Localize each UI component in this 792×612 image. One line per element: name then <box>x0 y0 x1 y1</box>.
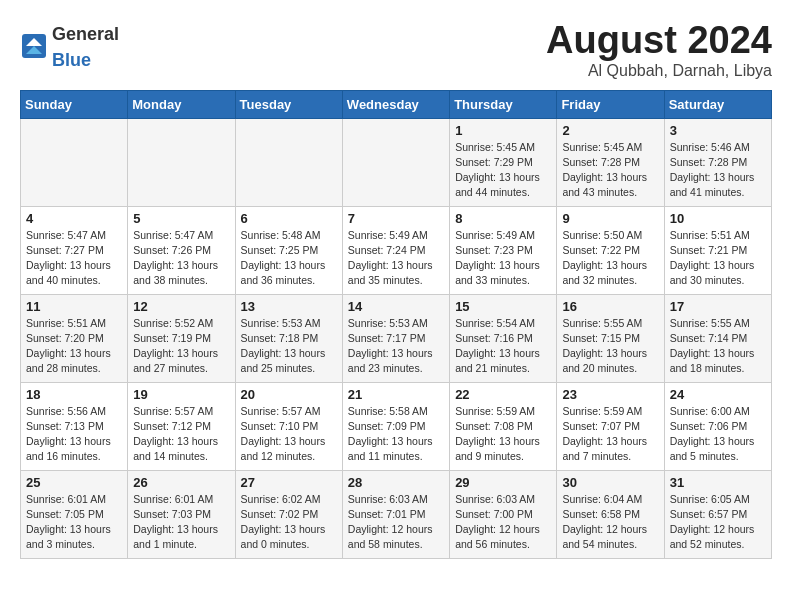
day-number: 29 <box>455 475 551 490</box>
day-info: Sunrise: 5:45 AM Sunset: 7:29 PM Dayligh… <box>455 140 551 201</box>
day-info: Sunrise: 5:56 AM Sunset: 7:13 PM Dayligh… <box>26 404 122 465</box>
day-number: 5 <box>133 211 229 226</box>
table-row: 28Sunrise: 6:03 AM Sunset: 7:01 PM Dayli… <box>342 470 449 558</box>
day-info: Sunrise: 5:45 AM Sunset: 7:28 PM Dayligh… <box>562 140 658 201</box>
table-row: 7Sunrise: 5:49 AM Sunset: 7:24 PM Daylig… <box>342 206 449 294</box>
day-number: 15 <box>455 299 551 314</box>
table-row: 10Sunrise: 5:51 AM Sunset: 7:21 PM Dayli… <box>664 206 771 294</box>
day-info: Sunrise: 5:48 AM Sunset: 7:25 PM Dayligh… <box>241 228 337 289</box>
calendar-week-row: 25Sunrise: 6:01 AM Sunset: 7:05 PM Dayli… <box>21 470 772 558</box>
col-sunday: Sunday <box>21 90 128 118</box>
day-number: 13 <box>241 299 337 314</box>
table-row: 31Sunrise: 6:05 AM Sunset: 6:57 PM Dayli… <box>664 470 771 558</box>
col-tuesday: Tuesday <box>235 90 342 118</box>
day-info: Sunrise: 6:03 AM Sunset: 7:00 PM Dayligh… <box>455 492 551 553</box>
day-number: 19 <box>133 387 229 402</box>
calendar-week-row: 4Sunrise: 5:47 AM Sunset: 7:27 PM Daylig… <box>21 206 772 294</box>
calendar-header-row: Sunday Monday Tuesday Wednesday Thursday… <box>21 90 772 118</box>
day-number: 3 <box>670 123 766 138</box>
day-info: Sunrise: 5:47 AM Sunset: 7:27 PM Dayligh… <box>26 228 122 289</box>
day-info: Sunrise: 6:00 AM Sunset: 7:06 PM Dayligh… <box>670 404 766 465</box>
table-row: 9Sunrise: 5:50 AM Sunset: 7:22 PM Daylig… <box>557 206 664 294</box>
day-number: 6 <box>241 211 337 226</box>
calendar-week-row: 1Sunrise: 5:45 AM Sunset: 7:29 PM Daylig… <box>21 118 772 206</box>
day-info: Sunrise: 5:51 AM Sunset: 7:20 PM Dayligh… <box>26 316 122 377</box>
day-info: Sunrise: 5:53 AM Sunset: 7:18 PM Dayligh… <box>241 316 337 377</box>
table-row <box>342 118 449 206</box>
table-row: 11Sunrise: 5:51 AM Sunset: 7:20 PM Dayli… <box>21 294 128 382</box>
table-row: 25Sunrise: 6:01 AM Sunset: 7:05 PM Dayli… <box>21 470 128 558</box>
col-thursday: Thursday <box>450 90 557 118</box>
table-row: 30Sunrise: 6:04 AM Sunset: 6:58 PM Dayli… <box>557 470 664 558</box>
day-info: Sunrise: 5:47 AM Sunset: 7:26 PM Dayligh… <box>133 228 229 289</box>
table-row: 14Sunrise: 5:53 AM Sunset: 7:17 PM Dayli… <box>342 294 449 382</box>
calendar-table: Sunday Monday Tuesday Wednesday Thursday… <box>20 90 772 559</box>
month-year: August 2024 <box>546 20 772 62</box>
day-info: Sunrise: 6:01 AM Sunset: 7:05 PM Dayligh… <box>26 492 122 553</box>
table-row: 29Sunrise: 6:03 AM Sunset: 7:00 PM Dayli… <box>450 470 557 558</box>
col-saturday: Saturday <box>664 90 771 118</box>
page-header: General Blue August 2024 Al Qubbah, Darn… <box>20 20 772 80</box>
day-number: 24 <box>670 387 766 402</box>
table-row: 27Sunrise: 6:02 AM Sunset: 7:02 PM Dayli… <box>235 470 342 558</box>
day-info: Sunrise: 5:55 AM Sunset: 7:14 PM Dayligh… <box>670 316 766 377</box>
day-number: 10 <box>670 211 766 226</box>
day-info: Sunrise: 5:54 AM Sunset: 7:16 PM Dayligh… <box>455 316 551 377</box>
calendar-week-row: 11Sunrise: 5:51 AM Sunset: 7:20 PM Dayli… <box>21 294 772 382</box>
table-row <box>21 118 128 206</box>
logo-general-text: General <box>52 24 119 44</box>
day-info: Sunrise: 5:55 AM Sunset: 7:15 PM Dayligh… <box>562 316 658 377</box>
day-info: Sunrise: 6:01 AM Sunset: 7:03 PM Dayligh… <box>133 492 229 553</box>
table-row: 21Sunrise: 5:58 AM Sunset: 7:09 PM Dayli… <box>342 382 449 470</box>
day-info: Sunrise: 5:59 AM Sunset: 7:07 PM Dayligh… <box>562 404 658 465</box>
day-number: 18 <box>26 387 122 402</box>
table-row: 16Sunrise: 5:55 AM Sunset: 7:15 PM Dayli… <box>557 294 664 382</box>
logo-icon <box>20 32 48 60</box>
day-number: 25 <box>26 475 122 490</box>
col-monday: Monday <box>128 90 235 118</box>
day-info: Sunrise: 5:58 AM Sunset: 7:09 PM Dayligh… <box>348 404 444 465</box>
day-number: 8 <box>455 211 551 226</box>
table-row: 20Sunrise: 5:57 AM Sunset: 7:10 PM Dayli… <box>235 382 342 470</box>
day-number: 4 <box>26 211 122 226</box>
table-row: 18Sunrise: 5:56 AM Sunset: 7:13 PM Dayli… <box>21 382 128 470</box>
day-number: 12 <box>133 299 229 314</box>
col-friday: Friday <box>557 90 664 118</box>
table-row: 26Sunrise: 6:01 AM Sunset: 7:03 PM Dayli… <box>128 470 235 558</box>
table-row <box>128 118 235 206</box>
day-info: Sunrise: 5:49 AM Sunset: 7:24 PM Dayligh… <box>348 228 444 289</box>
location: Al Qubbah, Darnah, Libya <box>546 62 772 80</box>
day-info: Sunrise: 5:51 AM Sunset: 7:21 PM Dayligh… <box>670 228 766 289</box>
day-number: 11 <box>26 299 122 314</box>
table-row: 8Sunrise: 5:49 AM Sunset: 7:23 PM Daylig… <box>450 206 557 294</box>
title-block: August 2024 Al Qubbah, Darnah, Libya <box>546 20 772 80</box>
calendar-week-row: 18Sunrise: 5:56 AM Sunset: 7:13 PM Dayli… <box>21 382 772 470</box>
table-row: 24Sunrise: 6:00 AM Sunset: 7:06 PM Dayli… <box>664 382 771 470</box>
day-number: 2 <box>562 123 658 138</box>
day-number: 27 <box>241 475 337 490</box>
day-number: 16 <box>562 299 658 314</box>
day-info: Sunrise: 5:57 AM Sunset: 7:12 PM Dayligh… <box>133 404 229 465</box>
day-number: 14 <box>348 299 444 314</box>
day-info: Sunrise: 5:52 AM Sunset: 7:19 PM Dayligh… <box>133 316 229 377</box>
day-number: 22 <box>455 387 551 402</box>
table-row: 22Sunrise: 5:59 AM Sunset: 7:08 PM Dayli… <box>450 382 557 470</box>
table-row: 4Sunrise: 5:47 AM Sunset: 7:27 PM Daylig… <box>21 206 128 294</box>
table-row: 6Sunrise: 5:48 AM Sunset: 7:25 PM Daylig… <box>235 206 342 294</box>
day-info: Sunrise: 5:46 AM Sunset: 7:28 PM Dayligh… <box>670 140 766 201</box>
day-info: Sunrise: 5:49 AM Sunset: 7:23 PM Dayligh… <box>455 228 551 289</box>
day-number: 20 <box>241 387 337 402</box>
col-wednesday: Wednesday <box>342 90 449 118</box>
day-number: 30 <box>562 475 658 490</box>
day-info: Sunrise: 6:03 AM Sunset: 7:01 PM Dayligh… <box>348 492 444 553</box>
day-number: 9 <box>562 211 658 226</box>
table-row: 1Sunrise: 5:45 AM Sunset: 7:29 PM Daylig… <box>450 118 557 206</box>
logo: General Blue <box>20 20 119 72</box>
day-number: 7 <box>348 211 444 226</box>
table-row: 3Sunrise: 5:46 AM Sunset: 7:28 PM Daylig… <box>664 118 771 206</box>
day-info: Sunrise: 6:05 AM Sunset: 6:57 PM Dayligh… <box>670 492 766 553</box>
day-number: 17 <box>670 299 766 314</box>
table-row: 15Sunrise: 5:54 AM Sunset: 7:16 PM Dayli… <box>450 294 557 382</box>
day-number: 26 <box>133 475 229 490</box>
table-row: 13Sunrise: 5:53 AM Sunset: 7:18 PM Dayli… <box>235 294 342 382</box>
